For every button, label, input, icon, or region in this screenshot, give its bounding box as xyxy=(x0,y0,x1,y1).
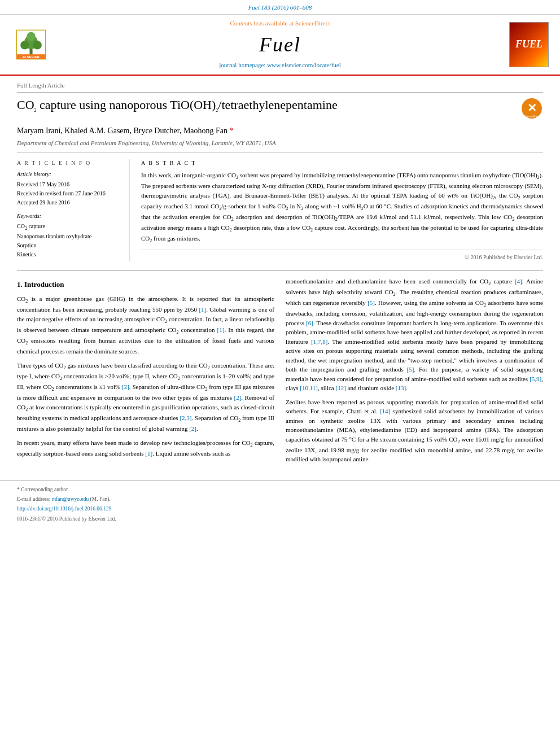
abstract-col: A B S T R A C T In this work, an inorgan… xyxy=(141,159,543,261)
logo-bar: ELSEVIER Contents lists available at Sci… xyxy=(0,15,560,75)
crossmark-icon: ✕ CrossMark xyxy=(520,97,543,120)
doi-link[interactable]: http://dx.doi.org/10.1016/j.fuel.2016.06… xyxy=(17,506,111,512)
article-info-col: A R T I C L E I N F O Article history: R… xyxy=(17,159,130,261)
svg-point-5 xyxy=(27,32,35,41)
abstract-text: In this work, an inorganic-organic CO2 s… xyxy=(141,171,543,245)
svg-text:✕: ✕ xyxy=(527,102,537,114)
body-para-1: CO2 is a major greenhouse gas (GHG) in t… xyxy=(17,294,274,356)
article-type: Full Length Article xyxy=(17,81,543,93)
sciencedirect-label: Contents lists available at ScienceDirec… xyxy=(51,19,509,28)
cover-label: FUEL xyxy=(515,37,542,51)
corresponding-star: * xyxy=(230,126,234,135)
elsevier-tree-icon: ELSEVIER xyxy=(11,28,51,62)
ref-4[interactable]: [2] xyxy=(234,394,241,401)
contents-label: Contents lists available at xyxy=(230,20,294,27)
article-info-title: A R T I C L E I N F O xyxy=(17,159,120,167)
ref-17[interactable]: [14] xyxy=(380,408,390,414)
body-para-3: In recent years, many efforts have been … xyxy=(17,438,274,458)
journal-name-display: Fuel xyxy=(51,30,509,59)
info-abstract-row: A R T I C L E I N F O Article history: R… xyxy=(17,159,543,261)
ref-16[interactable]: [13] xyxy=(396,385,406,391)
svg-text:CrossMark: CrossMark xyxy=(523,115,540,118)
ref-12[interactable]: [5] xyxy=(407,366,414,373)
article-title-text: CO2 capture using nanoporous TiO(OH)2/te… xyxy=(17,97,515,114)
abstract-title: A B S T R A C T xyxy=(141,159,543,167)
sciencedirect-name[interactable]: ScienceDirect xyxy=(295,20,330,27)
ref-2[interactable]: [1] xyxy=(217,326,225,333)
ref-9[interactable]: [5] xyxy=(368,299,375,306)
email-note: E-mail address: mfan@uwyo.edu (M. Fan). xyxy=(17,496,543,503)
body-col-right: monoethanolamine and diethanolamine have… xyxy=(286,277,543,469)
keyword-1: CO2 capture xyxy=(17,222,120,231)
ref-5[interactable]: [2,3] xyxy=(180,414,191,421)
journal-citation-header: Fuel 183 (2016) 601–608 xyxy=(0,0,560,15)
body-col-left: 1. Introduction CO2 is a major greenhous… xyxy=(17,277,274,469)
elsevier-logo: ELSEVIER xyxy=(11,28,51,62)
ref-7[interactable]: [1] xyxy=(145,450,152,457)
accepted-date: Accepted 29 June 2016 xyxy=(17,199,120,207)
body-para-2: Three types of CO2 gas mixtures have bee… xyxy=(17,361,274,434)
keyword-2: Nanoporous titanium oxyhydrate xyxy=(17,233,120,241)
section1-heading: 1. Introduction xyxy=(17,279,274,290)
ref-10[interactable]: [6] xyxy=(306,320,313,326)
body-para-5: Zeolites have been reported as porous su… xyxy=(286,397,543,464)
ref-1[interactable]: [1] xyxy=(199,306,206,313)
article-content: Full Length Article CO2 capture using na… xyxy=(0,76,560,480)
email-address[interactable]: mfan@uwyo.edu xyxy=(52,496,89,502)
corresponding-label: * Corresponding author. xyxy=(17,487,69,492)
revised-date: Received in revised form 27 June 2016 xyxy=(17,190,120,198)
ref-15[interactable]: [12] xyxy=(336,385,346,391)
copyright-notice: © 2016 Published by Elsevier Ltd. xyxy=(141,250,543,261)
issn-line: 0016-2361/© 2016 Published by Elsevier L… xyxy=(17,516,543,523)
journal-cover-image: FUEL xyxy=(509,22,549,67)
journal-homepage[interactable]: journal homepage: www.elsevier.com/locat… xyxy=(51,61,509,69)
keyword-4: Kinetics xyxy=(17,251,120,259)
svg-text:ELSEVIER: ELSEVIER xyxy=(23,55,40,59)
ref-3[interactable]: [2] xyxy=(122,383,129,390)
ref-8[interactable]: [4] xyxy=(515,278,522,285)
authors-text: Maryam Irani, Khaled A.M. Gasem, Bryce D… xyxy=(17,126,234,135)
doi-line: http://dx.doi.org/10.1016/j.fuel.2016.06… xyxy=(17,505,543,513)
email-label: E-mail address: xyxy=(17,496,50,502)
body-para-4: monoethanolamine and diethanolamine have… xyxy=(286,277,543,393)
article-title-row: CO2 capture using nanoporous TiO(OH)2/te… xyxy=(17,97,543,120)
affiliation-text: Department of Chemical and Petroleum Eng… xyxy=(17,139,543,152)
email-name: (M. Fan). xyxy=(90,496,111,502)
keyword-3: Sorption xyxy=(17,242,120,250)
svg-point-4 xyxy=(33,41,41,49)
keywords-label: Keywords: xyxy=(17,212,120,220)
journal-center: Contents lists available at ScienceDirec… xyxy=(51,19,509,69)
history-label: Article history: xyxy=(17,171,120,178)
journal-citation: Fuel 183 (2016) 601–608 xyxy=(248,4,312,11)
page-wrapper: Fuel 183 (2016) 601–608 ELSEVIER xyxy=(0,0,560,526)
ref-6[interactable]: [2] xyxy=(189,425,196,432)
received-date: Received 17 May 2016 xyxy=(17,181,120,189)
authors-line: Maryam Irani, Khaled A.M. Gasem, Bryce D… xyxy=(17,125,543,137)
body-columns: 1. Introduction CO2 is a major greenhous… xyxy=(17,277,543,469)
footer-bar: * Corresponding author. E-mail address: … xyxy=(0,480,560,526)
ref-11[interactable]: [1,7,8] xyxy=(311,338,327,345)
ref-13[interactable]: [5,9] xyxy=(530,375,541,382)
body-divider xyxy=(17,270,543,271)
corresponding-note: * Corresponding author. xyxy=(17,486,543,493)
ref-14[interactable]: [10,11] xyxy=(300,385,318,391)
keyword-that: that xyxy=(141,213,151,220)
svg-point-3 xyxy=(20,41,29,49)
